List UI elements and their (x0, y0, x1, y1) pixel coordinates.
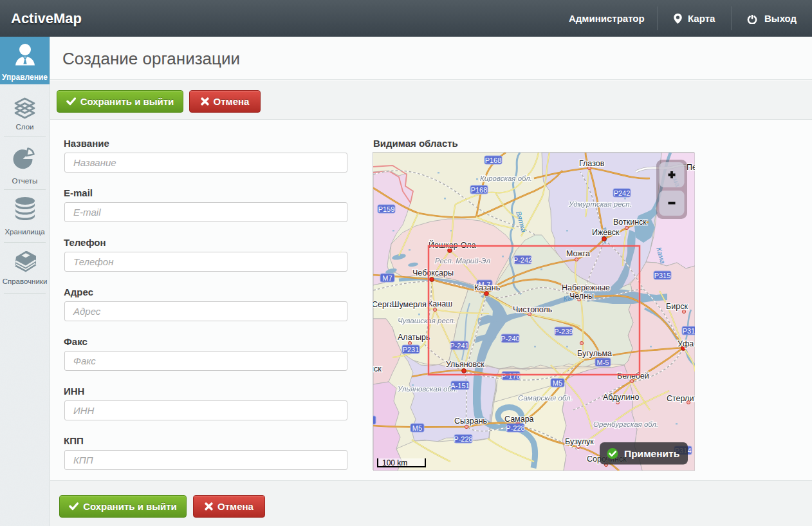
svg-text:P168: P168 (471, 186, 488, 194)
svg-text:P231: P231 (403, 346, 420, 353)
svg-text:M5: M5 (553, 379, 562, 387)
svg-text:A-151: A-151 (450, 382, 469, 390)
svg-text:Глазов: Глазов (579, 159, 605, 168)
svg-text:M7: M7 (382, 274, 392, 282)
svg-text:Абдулино: Абдулино (603, 393, 639, 402)
svg-text:Шумерля: Шумерля (392, 300, 427, 309)
svg-text:Кировская обл.: Кировская обл. (480, 174, 532, 182)
svg-text:Пе: Пе (687, 163, 695, 172)
svg-text:P-228: P-228 (506, 424, 524, 432)
svg-text:Воткинск: Воткинск (613, 218, 647, 227)
svg-text:Бузулук: Бузулук (565, 437, 594, 446)
svg-text:Стерлитам: Стерлитам (667, 394, 695, 403)
svg-text:Оренбургская обл.: Оренбургская обл. (593, 420, 658, 428)
svg-text:100 km: 100 km (382, 458, 407, 467)
svg-text:Самарская обл.: Самарская обл. (518, 394, 573, 402)
svg-text:Самара: Самара (504, 415, 534, 424)
svg-text:Кама: Кама (655, 246, 667, 264)
svg-text:нск: нск (373, 364, 382, 373)
svg-text:Алатырь: Алатырь (398, 333, 430, 342)
svg-text:P159: P159 (378, 205, 395, 213)
svg-text:P315: P315 (654, 272, 671, 279)
svg-text:P-228: P-228 (454, 435, 472, 443)
svg-text:P168: P168 (485, 156, 502, 164)
svg-text:P242: P242 (614, 189, 631, 197)
svg-text:M5: M5 (412, 424, 422, 432)
svg-text:Уфа: Уфа (678, 339, 694, 348)
svg-text:Ижевск: Ижевск (592, 228, 620, 237)
svg-text:Удмуртская респ.: Удмуртская респ. (568, 200, 632, 208)
svg-text:P315: P315 (683, 327, 695, 335)
svg-text:Ульяновская обл.: Ульяновская обл. (397, 385, 457, 393)
svg-text:Вятка: Вятка (515, 210, 528, 233)
svg-text:Применить: Применить (624, 448, 679, 459)
svg-text:Сызрань: Сызрань (454, 417, 487, 426)
svg-text:Бирск: Бирск (666, 302, 688, 311)
